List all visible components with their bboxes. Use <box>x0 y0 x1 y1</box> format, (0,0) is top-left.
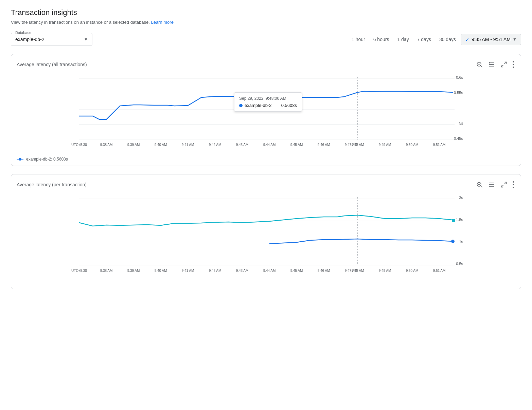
svg-text:9:51 AM: 9:51 AM <box>433 143 446 147</box>
chart1-actions <box>475 60 515 69</box>
database-selector[interactable]: Database example-db-2 ▼ <box>11 33 92 46</box>
svg-text:9:49 AM: 9:49 AM <box>379 269 391 273</box>
svg-text:9:49 AM: 9:49 AM <box>379 143 391 147</box>
svg-text:0.6s: 0.6s <box>456 75 463 79</box>
chart1-search-button[interactable] <box>475 60 484 69</box>
database-value: example-db-2 <box>15 37 45 42</box>
chart2-fullscreen-button[interactable] <box>499 180 509 189</box>
svg-line-1 <box>481 66 482 68</box>
check-icon: ✓ <box>465 36 469 43</box>
svg-text:9:43 AM: 9:43 AM <box>236 143 249 147</box>
chart2-actions <box>475 180 515 189</box>
svg-point-9 <box>513 64 514 65</box>
svg-line-37 <box>481 186 482 188</box>
svg-text:9:45 AM: 9:45 AM <box>290 143 303 147</box>
svg-text:9:38 AM: 9:38 AM <box>100 269 113 273</box>
time-btn-6hours[interactable]: 6 hours <box>370 35 393 44</box>
svg-line-41 <box>504 182 507 184</box>
svg-point-43 <box>513 181 514 183</box>
chart1-container: 0.6s 0.55s 5s 0.45s UTC+5:30 9:38 AM 9:3… <box>17 72 515 151</box>
chart-per-transaction: Average latency (per transaction) 2s 1.5… <box>11 174 521 289</box>
svg-text:0.5s: 0.5s <box>456 262 463 266</box>
svg-text:9:42 AM: 9:42 AM <box>209 269 221 273</box>
database-select-dropdown[interactable]: example-db-2 ▼ <box>15 35 88 44</box>
learn-more-link[interactable]: Learn more <box>151 20 173 25</box>
svg-text:9:48 AM: 9:48 AM <box>352 269 364 273</box>
chart2-header: Average latency (per transaction) <box>17 180 515 189</box>
time-btn-30days[interactable]: 30 days <box>436 35 459 44</box>
time-btn-7days[interactable]: 7 days <box>414 35 435 44</box>
svg-text:9:44 AM: 9:44 AM <box>263 143 276 147</box>
svg-text:9:46 AM: 9:46 AM <box>318 269 330 273</box>
chart2-svg: 2s 1.5s 1s 0.5s UTC+5:30 9:38 AM 9:39 AM <box>17 192 515 284</box>
svg-text:9:46 AM: 9:46 AM <box>318 143 330 147</box>
svg-text:9:40 AM: 9:40 AM <box>155 269 167 273</box>
svg-text:9:39 AM: 9:39 AM <box>127 143 140 147</box>
svg-text:9:50 AM: 9:50 AM <box>406 143 419 147</box>
svg-text:9:39 AM: 9:39 AM <box>127 269 140 273</box>
tooltip-series-name: example-db-2 <box>245 103 272 108</box>
time-range-controls: 1 hour 6 hours 1 day 7 days 30 days ✓ 9:… <box>348 34 521 45</box>
svg-text:9:45 AM: 9:45 AM <box>290 269 303 273</box>
svg-line-6 <box>504 62 507 64</box>
tooltip-date: Sep 29, 2022, 9:48:00 AM <box>239 96 297 101</box>
svg-line-7 <box>501 65 503 67</box>
svg-point-10 <box>513 67 514 68</box>
svg-text:5s: 5s <box>459 121 463 125</box>
dropdown-arrow-icon: ▼ <box>84 37 88 42</box>
tooltip-series: example-db-2 <box>239 103 272 108</box>
svg-point-8 <box>513 61 514 62</box>
svg-text:1.5s: 1.5s <box>456 218 463 222</box>
svg-text:9:48 AM: 9:48 AM <box>352 143 364 147</box>
svg-text:UTC+5:30: UTC+5:30 <box>71 269 87 273</box>
svg-point-44 <box>513 184 514 185</box>
time-btn-1hour[interactable]: 1 hour <box>348 35 369 44</box>
tooltip-value: 0.5608s <box>281 103 297 108</box>
chart1-legend: example-db-2: 0.5608s <box>17 154 515 162</box>
svg-text:9:41 AM: 9:41 AM <box>182 143 194 147</box>
svg-text:0.45s: 0.45s <box>454 136 463 141</box>
chart2-more-button[interactable] <box>511 180 515 189</box>
legend-text: example-db-2: 0.5608s <box>26 157 68 162</box>
svg-text:9:43 AM: 9:43 AM <box>236 269 249 273</box>
svg-point-56 <box>451 240 455 243</box>
time-range-arrow-icon: ▼ <box>513 37 517 42</box>
chart2-search-button[interactable] <box>475 180 484 189</box>
chart1-header: Average latency (all transactions) <box>17 60 515 69</box>
time-btn-1day[interactable]: 1 day <box>394 35 412 44</box>
tooltip-dot <box>239 104 243 107</box>
chart2-container: 2s 1.5s 1s 0.5s UTC+5:30 9:38 AM 9:39 AM <box>17 192 515 285</box>
time-range-pill[interactable]: ✓ 9:35 AM - 9:51 AM ▼ <box>461 34 521 45</box>
chart1-more-button[interactable] <box>511 60 515 69</box>
svg-text:9:44 AM: 9:44 AM <box>263 269 276 273</box>
controls-row: Database example-db-2 ▼ 1 hour 6 hours 1… <box>11 33 521 46</box>
svg-text:2s: 2s <box>459 195 463 200</box>
svg-text:0.55s: 0.55s <box>454 91 463 95</box>
chart1-legend-button[interactable] <box>487 60 496 69</box>
svg-point-45 <box>513 187 514 188</box>
svg-text:UTC+5:30: UTC+5:30 <box>71 143 87 147</box>
tooltip-row: example-db-2 0.5608s <box>239 103 297 108</box>
svg-line-42 <box>501 185 503 187</box>
chart-all-transactions: Average latency (all transactions) 0.6s … <box>11 54 521 166</box>
svg-text:9:41 AM: 9:41 AM <box>182 269 194 273</box>
svg-text:9:40 AM: 9:40 AM <box>155 143 167 147</box>
chart2-title: Average latency (per transaction) <box>17 182 87 187</box>
chart2-legend-button[interactable] <box>487 180 496 189</box>
svg-text:9:50 AM: 9:50 AM <box>406 269 419 273</box>
svg-text:1s: 1s <box>459 240 463 244</box>
svg-text:9:38 AM: 9:38 AM <box>100 143 113 147</box>
time-range-value: 9:35 AM - 9:51 AM <box>472 37 511 42</box>
database-label: Database <box>14 31 33 35</box>
subtitle: View the latency in transactions on an i… <box>11 20 521 25</box>
svg-text:9:51 AM: 9:51 AM <box>433 269 446 273</box>
svg-rect-55 <box>452 219 455 222</box>
legend-line-icon <box>17 159 23 160</box>
svg-rect-5 <box>489 62 490 63</box>
page-title: Transaction insights <box>11 8 521 17</box>
chart1-tooltip: Sep 29, 2022, 9:48:00 AM example-db-2 0.… <box>234 92 302 112</box>
chart1-fullscreen-button[interactable] <box>499 60 509 69</box>
svg-text:9:42 AM: 9:42 AM <box>209 143 221 147</box>
chart1-title: Average latency (all transactions) <box>17 62 87 67</box>
